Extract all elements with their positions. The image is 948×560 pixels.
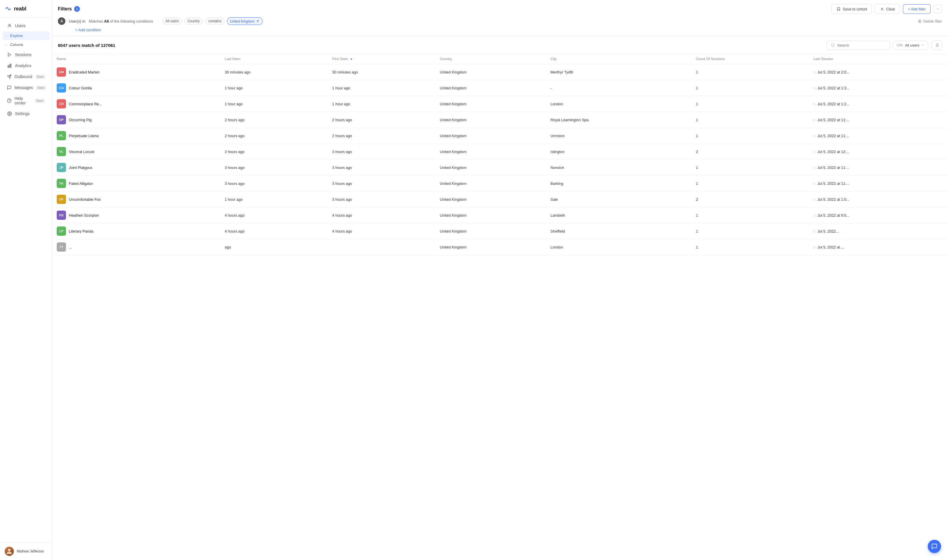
search-box[interactable] bbox=[826, 41, 890, 50]
sort-arrow-icon: ▼ bbox=[350, 58, 353, 61]
cell-last-session: ▷Jul 5, 2022 at 1:3... bbox=[809, 80, 948, 96]
svg-marker-1 bbox=[8, 53, 11, 56]
table-area: 8047 users match of 137061 List: All use… bbox=[52, 37, 948, 560]
delete-filter-button[interactable]: Delete filter bbox=[918, 19, 942, 23]
user-avatar-sm: UF bbox=[57, 195, 66, 204]
sidebar-item-analytics[interactable]: Analytics bbox=[2, 60, 49, 71]
table-header-bar: 8047 users match of 137061 List: All use… bbox=[52, 37, 948, 54]
filter-remove-icon[interactable]: ✕ bbox=[256, 19, 260, 23]
cell-first-seen: 3 hours ago bbox=[328, 191, 435, 208]
sidebar-item-help[interactable]: Help center Soon bbox=[2, 94, 49, 108]
play-icon: ▷ bbox=[814, 149, 816, 154]
save-to-cohort-button[interactable]: Save to cohort bbox=[831, 4, 872, 14]
sidebar-help-label: Help center bbox=[14, 96, 32, 105]
add-filter-button[interactable]: + Add filter bbox=[903, 4, 931, 14]
play-icon: ▷ bbox=[814, 165, 816, 170]
clear-icon bbox=[880, 7, 884, 11]
filter-count-badge: 1 bbox=[74, 6, 80, 12]
table-row[interactable]: HS Heathen Scorpion 4 hours ago 4 hours … bbox=[52, 208, 948, 223]
table-head: Name Last Seen First Seen ▼ Country City… bbox=[52, 54, 948, 64]
sidebar-item-cohorts[interactable]: → Cohorts bbox=[2, 40, 49, 49]
filter-value-pill[interactable]: United Kingdom ✕ bbox=[227, 17, 263, 25]
filter-op-pill[interactable]: contains bbox=[205, 18, 225, 25]
table-row[interactable]: UF Uncomfortable Fox 1 hour ago 3 hours … bbox=[52, 191, 948, 208]
user-display-name: Commonplace Re... bbox=[69, 102, 102, 106]
col-last-session[interactable]: Last Session bbox=[809, 54, 948, 64]
col-last-seen[interactable]: Last Seen bbox=[220, 54, 328, 64]
filter-collapse-button[interactable] bbox=[934, 5, 942, 13]
col-city[interactable]: City bbox=[546, 54, 691, 64]
col-country[interactable]: Country bbox=[435, 54, 546, 64]
cell-last-session: ▷Jul 5, 2022 at 12:... bbox=[809, 144, 948, 160]
sidebar-item-messages[interactable]: Messages Soon bbox=[2, 82, 49, 93]
table-row[interactable]: OP Occurring Pig 2 hours ago 2 hours ago… bbox=[52, 112, 948, 128]
play-icon: ▷ bbox=[814, 70, 816, 74]
table-actions: List: All users bbox=[826, 40, 942, 50]
cell-last-seen: 2 hours ago bbox=[220, 128, 328, 144]
search-input[interactable] bbox=[837, 43, 883, 48]
cell-first-seen: 1 hour ago bbox=[328, 96, 435, 112]
cell-last-seen: 1 hour ago bbox=[220, 191, 328, 208]
sidebar-item-sessions[interactable]: Sessions bbox=[2, 49, 49, 60]
columns-icon bbox=[934, 43, 939, 48]
list-value: All users bbox=[905, 43, 919, 48]
cell-country: United Kingdom bbox=[435, 223, 546, 239]
reabl-logo-icon bbox=[5, 5, 12, 12]
cell-last-seen: 1 hour ago bbox=[220, 80, 328, 96]
filters-label: Filters bbox=[58, 6, 72, 12]
cell-name: EM Eradicated Marten bbox=[52, 64, 220, 80]
filter-field-pill[interactable]: Country bbox=[184, 18, 203, 25]
cell-city: Barking bbox=[546, 175, 691, 191]
outbound-icon bbox=[7, 74, 12, 79]
col-sessions[interactable]: Count Of Sessions bbox=[691, 54, 809, 64]
list-selector[interactable]: List: All users bbox=[893, 41, 928, 50]
filter-badge: A bbox=[58, 17, 65, 25]
clear-button[interactable]: Clear bbox=[875, 4, 900, 14]
sidebar-item-explore[interactable]: → Explore bbox=[2, 32, 49, 40]
users-table: Name Last Seen First Seen ▼ Country City… bbox=[52, 54, 948, 255]
add-condition-label: + Add condition bbox=[75, 28, 101, 32]
table-row[interactable]: LP Literary Panda 4 hours ago 4 hours ag… bbox=[52, 223, 948, 239]
cell-country: United Kingdom bbox=[435, 80, 546, 96]
cell-city: Islington bbox=[546, 144, 691, 160]
cell-country: United Kingdom bbox=[435, 128, 546, 144]
play-icon: ▷ bbox=[814, 213, 816, 217]
columns-button[interactable] bbox=[931, 40, 942, 50]
table-header-row: Name Last Seen First Seen ▼ Country City… bbox=[52, 54, 948, 64]
cell-last-seen: 3 hours ago bbox=[220, 160, 328, 175]
table-body: EM Eradicated Marten 30 minutes ago 30 m… bbox=[52, 64, 948, 255]
table-row[interactable]: JP Joint Platypus 3 hours ago 3 hours ag… bbox=[52, 160, 948, 175]
table-row[interactable]: EM Eradicated Marten 30 minutes ago 30 m… bbox=[52, 64, 948, 80]
table-row[interactable]: CG Colour Gorilla 1 hour ago 1 hour ago … bbox=[52, 80, 948, 96]
table-row[interactable]: CR Commonplace Re... 1 hour ago 1 hour a… bbox=[52, 96, 948, 112]
sidebar-user[interactable]: Mathew Jefferson bbox=[0, 542, 52, 560]
filter-audience-pill[interactable]: All users bbox=[162, 18, 182, 25]
cell-country: United Kingdom bbox=[435, 175, 546, 191]
chat-bubble-button[interactable] bbox=[928, 540, 941, 553]
filters-actions: Save to cohort Clear + Add filter bbox=[831, 4, 942, 14]
table-row[interactable]: ?? ... ago United Kingdom London 1 ▷Jul … bbox=[52, 239, 948, 255]
svg-rect-4 bbox=[11, 64, 11, 68]
table-row[interactable]: VL Visceral Locust 2 hours ago 3 hours a… bbox=[52, 144, 948, 160]
sidebar-messages-label: Messages bbox=[14, 85, 33, 90]
cell-sessions: 1 bbox=[691, 239, 809, 255]
col-first-seen[interactable]: First Seen ▼ bbox=[328, 54, 435, 64]
cell-last-seen: 3 hours ago bbox=[220, 175, 328, 191]
cell-country: United Kingdom bbox=[435, 239, 546, 255]
table-row[interactable]: PL Perpetuate Llama 2 hours ago 2 hours … bbox=[52, 128, 948, 144]
cell-last-session: ▷Jul 5, 2022 at 11:... bbox=[809, 175, 948, 191]
user-avatar-sm: FA bbox=[57, 179, 66, 188]
save-to-cohort-label: Save to cohort bbox=[843, 7, 867, 11]
sidebar-item-users[interactable]: Users bbox=[2, 20, 49, 31]
outbound-soon-badge: Soon bbox=[35, 75, 45, 79]
user-avatar-sm: JP bbox=[57, 163, 66, 172]
add-condition-button[interactable]: + Add condition bbox=[75, 28, 942, 32]
col-name: Name bbox=[52, 54, 220, 64]
table-row[interactable]: FA Fated Alligator 3 hours ago 3 hours a… bbox=[52, 175, 948, 191]
sidebar: reabl Users → Explore → Cohorts Sessions bbox=[0, 0, 52, 560]
cell-last-session: ▷Jul 5, 2022 at ... bbox=[809, 239, 948, 255]
sidebar-item-outbound[interactable]: Outbound Soon bbox=[2, 71, 49, 82]
sidebar-item-settings[interactable]: Settings bbox=[2, 108, 49, 119]
sidebar-nav: Users → Explore → Cohorts Sessions Analy… bbox=[0, 18, 52, 542]
cell-sessions: 1 bbox=[691, 175, 809, 191]
